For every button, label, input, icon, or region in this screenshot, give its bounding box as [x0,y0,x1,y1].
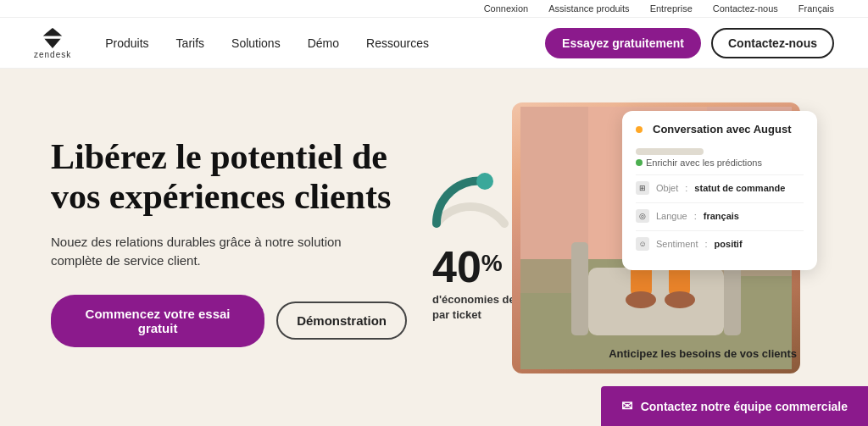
top-bar: Connexion Assistance produits Entreprise… [0,0,868,18]
hero-right: 40% d'économies de coûtspar ticket [407,102,817,373]
chat-card-header: Conversation avec August [636,123,804,136]
contact-us-button[interactable]: Contactez-nous [711,28,834,58]
nav-demo[interactable]: Démo [308,36,339,50]
svg-point-14 [665,291,695,308]
nav-links: Produits Tarifs Solutions Démo Ressource… [105,36,545,50]
hero-section: Libérez le potentiel de vos expériences … [0,69,868,390]
bottom-cta-label: Contactez notre équipe commerciale [641,400,848,413]
hero-title: Libérez le potentiel de vos expériences … [51,137,407,215]
chat-placeholder-bar [636,148,704,155]
enrich-dot [636,159,643,166]
try-free-button[interactable]: Essayez gratuitement [545,28,701,58]
hero-subtitle: Nouez des relations durables grâce à not… [51,233,356,271]
chat-row-objet: ⊞ Objet : statut de commande [636,179,804,197]
langue-icon: ◎ [636,209,649,223]
topbar-connexion[interactable]: Connexion [484,3,529,14]
topbar-assistance[interactable]: Assistance produits [548,3,629,14]
hero-left: Libérez le potentiel de vos expériences … [51,102,407,373]
gauge-chart [424,160,517,228]
svg-point-0 [476,173,493,190]
chat-row-langue: ◎ Langue : français [636,207,804,225]
nav-solutions[interactable]: Solutions [231,36,281,50]
chat-card: Conversation avec August Enrichir avec l… [622,111,817,270]
demo-button[interactable]: Démonstration [276,302,407,340]
svg-rect-5 [588,268,724,335]
chat-divider-1 [636,174,804,175]
nav-ressources[interactable]: Ressources [366,36,429,50]
chat-divider-3 [636,230,804,231]
hero-buttons: Commencez votre essai gratuit Démonstrat… [51,295,407,347]
topbar-langue[interactable]: Français [798,3,834,14]
start-trial-button[interactable]: Commencez votre essai gratuit [51,295,264,347]
navbar: zendesk Produits Tarifs Solutions Démo R… [0,18,868,69]
logo-text: zendesk [34,50,71,59]
logo[interactable]: zendesk [34,26,71,59]
mail-icon: ✉ [621,398,632,414]
nav-actions: Essayez gratuitement Contactez-nous [545,28,834,58]
chat-section-enrich: Enrichir avec les prédictions [636,158,804,168]
zendesk-logo-icon [39,26,66,50]
bottom-cta-button[interactable]: ✉ Contactez notre équipe commerciale [601,386,868,426]
chat-divider-2 [636,202,804,203]
chat-status-indicator [636,126,643,133]
topbar-entreprise[interactable]: Entreprise [650,3,693,14]
topbar-contact[interactable]: Contactez-nous [713,3,778,14]
objet-icon: ⊞ [636,181,649,195]
nav-produits[interactable]: Produits [105,36,148,50]
stat-number: 40% [432,245,503,289]
chat-header-text: Conversation avec August [653,123,792,136]
svg-point-13 [626,291,656,308]
nav-tarifs[interactable]: Tarifs [176,36,204,50]
svg-rect-6 [571,242,588,335]
hero-caption: Anticipez les besoins de vos clients [609,347,797,360]
sentiment-icon: ☺ [636,237,649,251]
chat-row-sentiment: ☺ Sentiment : positif [636,235,804,253]
